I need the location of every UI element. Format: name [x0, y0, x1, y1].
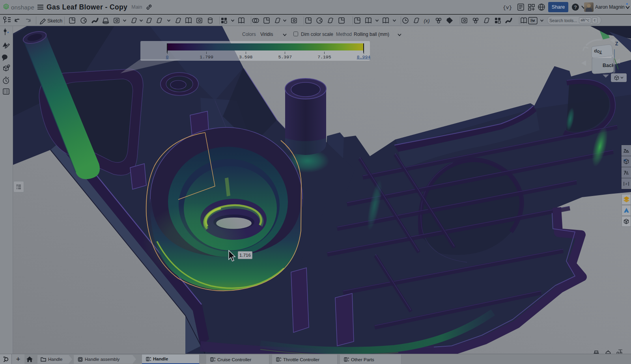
svg-text:Back: Back	[603, 63, 614, 68]
svg-text:Ex: Ex	[530, 18, 536, 23]
svg-text:?: ?	[574, 5, 577, 10]
svg-text:x: x	[625, 182, 627, 186]
svg-text:(x): (x)	[424, 18, 429, 24]
svg-text:{v}: {v}	[503, 5, 512, 11]
svg-text:Top: Top	[594, 49, 603, 55]
svg-text:Sketch: Sketch	[47, 18, 62, 24]
svg-text:Z: Z	[615, 41, 618, 47]
